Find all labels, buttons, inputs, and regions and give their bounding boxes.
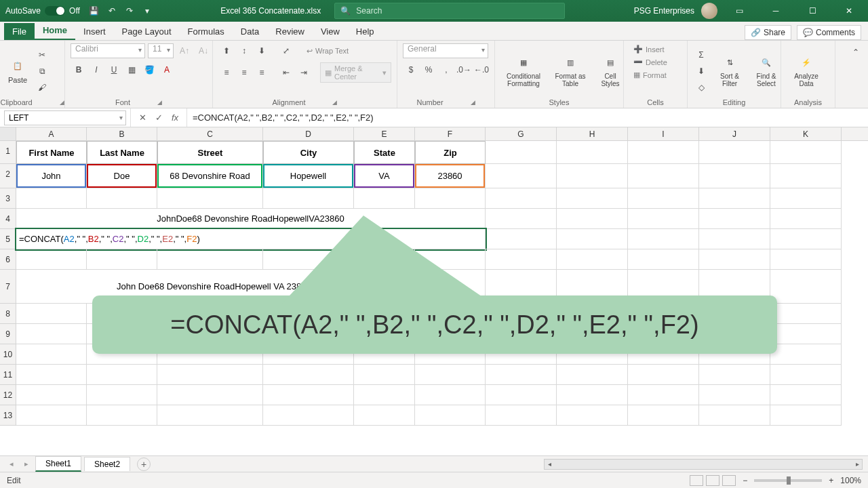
decrease-decimal-icon[interactable]: ←.0 (473, 62, 490, 77)
collapse-ribbon-icon[interactable]: ⌃ (848, 45, 864, 60)
cell[interactable] (557, 141, 628, 164)
autosum-icon[interactable]: Σ (693, 47, 709, 62)
find-select-button[interactable]: 🔍Find & Select (750, 54, 783, 89)
cell[interactable] (354, 365, 415, 385)
cell[interactable] (557, 188, 628, 209)
page-layout-view-icon[interactable] (706, 475, 719, 486)
cell[interactable] (16, 324, 87, 344)
align-center-icon[interactable]: ≡ (236, 65, 252, 80)
row-header[interactable]: 3 (0, 188, 16, 209)
conditional-formatting-button[interactable]: ▦Conditional Formatting (500, 54, 547, 89)
col-header[interactable]: A (16, 127, 87, 140)
col-header[interactable]: I (628, 127, 699, 140)
cell[interactable] (157, 405, 263, 426)
tab-insert[interactable]: Insert (75, 23, 114, 40)
insert-cells-button[interactable]: ➕Insert (629, 43, 669, 55)
normal-view-icon[interactable] (690, 475, 703, 486)
cell[interactable] (415, 365, 486, 385)
qat-dropdown-icon[interactable]: ▾ (138, 2, 156, 20)
paste-button[interactable]: 📋Paste (5, 57, 30, 85)
search-box[interactable]: 🔍 Search (334, 3, 565, 19)
sheet-tab[interactable]: Sheet2 (84, 457, 130, 471)
number-format-combo[interactable]: General (403, 43, 488, 58)
tab-help[interactable]: Help (348, 23, 382, 40)
cell[interactable]: Last Name (87, 141, 157, 164)
cell[interactable] (699, 229, 770, 249)
cell[interactable] (770, 164, 842, 188)
zoom-slider[interactable] (754, 479, 822, 482)
percent-icon[interactable]: % (420, 62, 437, 77)
row-header[interactable]: 5 (0, 229, 16, 249)
align-middle-icon[interactable]: ↕ (236, 43, 252, 58)
delete-cells-button[interactable]: ➖Delete (629, 56, 671, 68)
close-icon[interactable]: ✕ (834, 0, 864, 22)
comments-button[interactable]: 💬Comments (797, 25, 861, 40)
col-header[interactable]: H (557, 127, 628, 140)
cell[interactable] (699, 209, 770, 229)
shrink-font-icon[interactable]: A↓ (195, 43, 212, 58)
cell[interactable]: Hopewell (263, 164, 354, 188)
cancel-formula-icon[interactable]: ✕ (135, 111, 150, 125)
cell[interactable]: Zip (415, 141, 486, 164)
cell[interactable]: Street (157, 141, 263, 164)
cell[interactable]: Doe (87, 164, 157, 188)
tab-home[interactable]: Home (35, 22, 75, 40)
col-header[interactable]: J (699, 127, 770, 140)
cell[interactable] (770, 324, 842, 344)
cell[interactable] (699, 141, 770, 164)
cell[interactable] (628, 188, 699, 209)
format-painter-icon[interactable]: 🖌 (34, 80, 50, 95)
decrease-indent-icon[interactable]: ⇤ (278, 65, 294, 80)
save-icon[interactable]: 💾 (85, 2, 103, 20)
cell[interactable] (87, 405, 157, 426)
font-family-combo[interactable]: Calibri (71, 43, 145, 58)
cell[interactable] (699, 405, 770, 426)
cell[interactable] (628, 209, 699, 229)
cell[interactable] (16, 249, 87, 270)
cell[interactable] (699, 249, 770, 270)
cell[interactable] (87, 188, 157, 209)
increase-decimal-icon[interactable]: .0→ (456, 62, 472, 77)
maximize-icon[interactable]: ☐ (797, 0, 827, 22)
row-header[interactable]: 9 (0, 324, 16, 344)
underline-button[interactable]: U (106, 62, 122, 77)
fill-color-icon[interactable]: 🪣 (141, 62, 157, 77)
row-header[interactable]: 2 (0, 164, 16, 188)
row-header[interactable]: 13 (0, 405, 16, 426)
cell[interactable] (699, 164, 770, 188)
share-button[interactable]: 🔗Share (745, 25, 791, 40)
border-icon[interactable]: ▦ (123, 62, 140, 77)
cell[interactable] (486, 164, 557, 188)
font-launcher-icon[interactable]: ◢ (157, 99, 162, 106)
cell[interactable] (699, 365, 770, 385)
clear-icon[interactable]: ◇ (693, 80, 709, 95)
cell[interactable] (16, 188, 87, 209)
copy-icon[interactable]: ⧉ (34, 64, 50, 79)
cell[interactable] (16, 365, 87, 385)
analyze-data-button[interactable]: ⚡Analyze Data (787, 54, 826, 89)
cell[interactable] (16, 385, 87, 405)
sheet-nav-next-icon[interactable]: ▸ (20, 460, 33, 468)
align-top-icon[interactable]: ⬆ (218, 43, 235, 58)
fill-icon[interactable]: ⬇ (693, 64, 709, 79)
cell[interactable] (557, 385, 628, 405)
cell[interactable] (770, 405, 842, 426)
cell[interactable] (770, 249, 842, 270)
cell[interactable] (354, 385, 415, 405)
format-as-table-button[interactable]: ▥Format as Table (551, 54, 590, 89)
tab-page-layout[interactable]: Page Layout (114, 23, 180, 40)
cell[interactable] (699, 188, 770, 209)
cell[interactable] (699, 385, 770, 405)
accounting-icon[interactable]: $ (403, 62, 419, 77)
col-header[interactable]: E (354, 127, 415, 140)
zoom-out-icon[interactable]: − (743, 476, 747, 485)
format-cells-button[interactable]: ▦Format (629, 69, 671, 81)
sheet-nav-prev-icon[interactable]: ◂ (5, 460, 18, 468)
cell[interactable] (486, 188, 557, 209)
cell[interactable] (415, 405, 486, 426)
cell[interactable] (486, 405, 557, 426)
number-launcher-icon[interactable]: ◢ (471, 99, 475, 106)
cell[interactable] (770, 304, 842, 324)
horizontal-scrollbar[interactable] (544, 459, 863, 470)
row-header[interactable]: 4 (0, 209, 16, 229)
